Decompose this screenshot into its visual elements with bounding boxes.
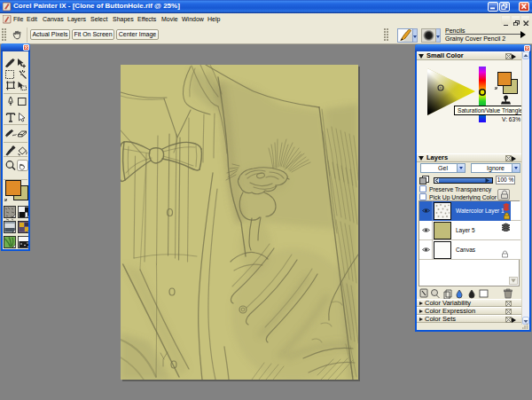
svg-text:V: 63%: V: 63% [502, 116, 520, 122]
svg-text:Saturation/Value Triangle: Saturation/Value Triangle [458, 107, 521, 114]
